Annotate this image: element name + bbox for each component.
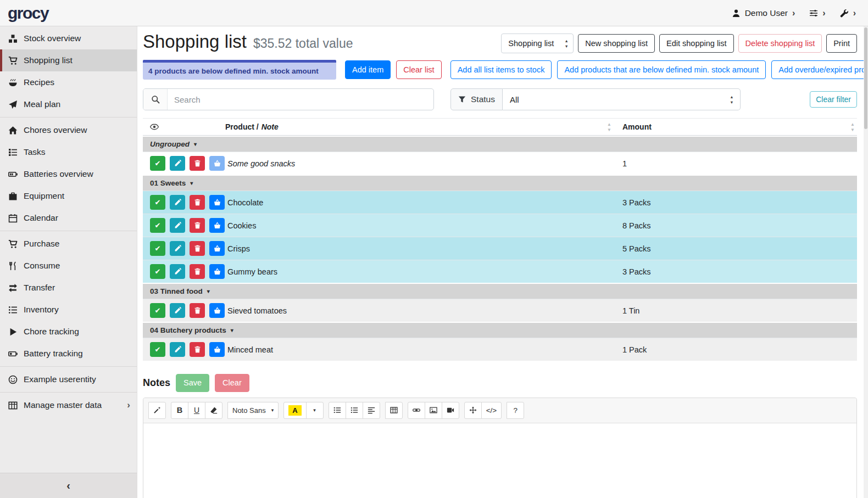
edit-item-button[interactable] — [170, 303, 185, 318]
user-menu[interactable]: Demo User › — [732, 8, 795, 18]
delete-item-button[interactable] — [190, 303, 205, 318]
sidebar-item-equipment[interactable]: Equipment — [0, 185, 137, 207]
filter-funnel-icon — [458, 96, 466, 103]
mark-done-button[interactable]: ✔ — [150, 264, 165, 279]
bold-button[interactable]: B — [171, 402, 188, 419]
add-all-to-stock-button[interactable]: Add all list items to stock — [450, 60, 552, 80]
list-icon — [8, 305, 18, 315]
edit-item-button[interactable] — [170, 195, 185, 210]
add-to-stock-button[interactable] — [209, 218, 225, 233]
column-header-product-note[interactable]: Product / Note ▴▾ — [225, 122, 618, 132]
delete-item-button[interactable] — [190, 195, 205, 210]
app-logo[interactable]: grocy — [8, 4, 48, 23]
sidebar-item-manage-master-data[interactable]: Manage master data › — [0, 394, 137, 416]
add-to-stock-button[interactable] — [209, 264, 225, 279]
admin-menu[interactable]: › — [840, 9, 856, 18]
insert-table-button[interactable] — [385, 402, 403, 419]
edit-item-button[interactable] — [170, 241, 185, 256]
sidebar-item-shopping-list[interactable]: Shopping list — [0, 49, 137, 71]
delete-shopping-list-button[interactable]: Delete shopping list — [738, 34, 822, 53]
help-button[interactable]: ? — [507, 402, 524, 419]
column-header-amount[interactable]: Amount ▴▾ — [618, 122, 857, 132]
group-header-ungrouped[interactable]: Ungrouped ▾ — [143, 136, 857, 152]
underline-button[interactable]: U — [188, 402, 205, 419]
group-header-01-sweets[interactable]: 01 Sweets ▾ — [143, 175, 857, 191]
notes-save-button[interactable]: Save — [176, 374, 209, 392]
delete-item-button[interactable] — [190, 342, 205, 357]
delete-item-button[interactable] — [190, 156, 205, 171]
add-below-min-stock-button[interactable]: Add products that are below defined min.… — [557, 60, 766, 80]
search-input[interactable] — [168, 89, 433, 110]
sliders-icon — [809, 9, 818, 18]
notes-clear-button[interactable]: Clear — [215, 374, 249, 392]
magic-style-button[interactable] — [148, 402, 166, 419]
mark-done-button[interactable]: ✔ — [150, 241, 165, 256]
edit-item-button[interactable] — [170, 342, 185, 357]
insert-video-button[interactable] — [442, 402, 459, 419]
sidebar-item-inventory[interactable]: Inventory — [0, 299, 137, 321]
shopping-list-select[interactable]: Shopping list ▴▾ — [501, 33, 574, 53]
mark-done-button[interactable]: ✔ — [150, 303, 165, 318]
font-family-dropdown[interactable]: Noto Sans ▾ — [227, 402, 279, 419]
header-actions: Shopping list ▴▾ New shopping list Edit … — [501, 33, 857, 53]
edit-shopping-list-button[interactable]: Edit shopping list — [659, 34, 734, 53]
clear-formatting-button[interactable] — [205, 402, 222, 419]
insert-image-button[interactable] — [425, 402, 442, 419]
clear-filter-button[interactable]: Clear filter — [810, 91, 857, 108]
mark-done-button[interactable]: ✔ — [150, 342, 165, 357]
group-header-04-butchery-products[interactable]: 04 Butchery products ▾ — [143, 322, 857, 338]
sidebar-item-example-userentity[interactable]: Example userentity — [0, 368, 137, 390]
sidebar-item-chore-tracking[interactable]: Chore tracking — [0, 321, 137, 343]
settings-menu[interactable]: › — [809, 9, 825, 18]
scrollbar-thumb[interactable] — [864, 27, 867, 129]
code-view-button[interactable]: </> — [481, 402, 502, 419]
print-button[interactable]: Print — [826, 34, 857, 53]
delete-item-button[interactable] — [190, 264, 205, 279]
paragraph-align-button[interactable] — [363, 402, 380, 419]
mark-done-button[interactable]: ✔ — [150, 156, 165, 171]
notes-editor-body[interactable] — [143, 423, 856, 498]
group-header-03-tinned-food[interactable]: 03 Tinned food ▾ — [143, 283, 857, 299]
vertical-scrollbar[interactable] — [864, 26, 868, 498]
unordered-list-button[interactable] — [329, 402, 346, 419]
add-to-stock-button[interactable] — [209, 241, 225, 256]
edit-item-button[interactable] — [170, 218, 185, 233]
sidebar-item-tasks[interactable]: Tasks — [0, 141, 137, 163]
ordered-list-button[interactable] — [346, 402, 363, 419]
sidebar-item-batteries-overview[interactable]: Batteries overview — [0, 163, 137, 185]
sidebar-collapse-button[interactable]: ‹ — [0, 473, 137, 498]
fullscreen-button[interactable] — [464, 402, 482, 419]
sidebar-item-battery-tracking[interactable]: Battery tracking — [0, 343, 137, 365]
new-shopping-list-button[interactable]: New shopping list — [578, 34, 655, 53]
sidebar-item-recipes[interactable]: Recipes — [0, 71, 137, 93]
table-body: Ungrouped ▾ ✔ Some good snacks 1 — [143, 136, 857, 361]
edit-item-button[interactable] — [170, 264, 185, 279]
sidebar-item-calendar[interactable]: Calendar — [0, 207, 137, 229]
status-filter-select[interactable]: All ▴▾ — [503, 88, 741, 110]
sidebar-item-transfer[interactable]: Transfer — [0, 277, 137, 299]
text-color-button[interactable]: A — [283, 402, 306, 419]
mark-done-button[interactable]: ✔ — [150, 195, 165, 210]
delete-item-button[interactable] — [190, 241, 205, 256]
add-to-stock-button[interactable] — [209, 342, 225, 357]
add-to-stock-button[interactable] — [209, 303, 225, 318]
row-crisps: ✔ Crisps 5 Packs — [143, 237, 857, 260]
delete-item-button[interactable] — [190, 218, 205, 233]
sidebar-item-stock-overview[interactable]: Stock overview — [0, 27, 137, 49]
sidebar-item-chores-overview[interactable]: Chores overview — [0, 119, 137, 141]
sidebar-item-purchase[interactable]: Purchase — [0, 233, 137, 255]
edit-item-button[interactable] — [170, 156, 185, 171]
add-item-button[interactable]: Add item — [345, 60, 391, 80]
insert-link-button[interactable] — [408, 402, 425, 419]
chevron-right-icon: › — [853, 9, 856, 18]
sidebar-item-meal-plan[interactable]: Meal plan — [0, 93, 137, 115]
mark-done-button[interactable]: ✔ — [150, 218, 165, 233]
below-min-stock-banner[interactable]: 4 products are below defined min. stock … — [143, 60, 336, 80]
text-color-dropdown[interactable]: ▾ — [306, 402, 324, 419]
add-overdue-button[interactable]: Add overdue/expired products — [771, 60, 864, 80]
row-actions: ✔ — [143, 191, 225, 214]
add-to-stock-button[interactable] — [209, 195, 225, 210]
sidebar-item-consume[interactable]: Consume — [0, 255, 137, 277]
add-to-stock-button[interactable] — [209, 156, 225, 171]
clear-list-button[interactable]: Clear list — [396, 60, 441, 80]
